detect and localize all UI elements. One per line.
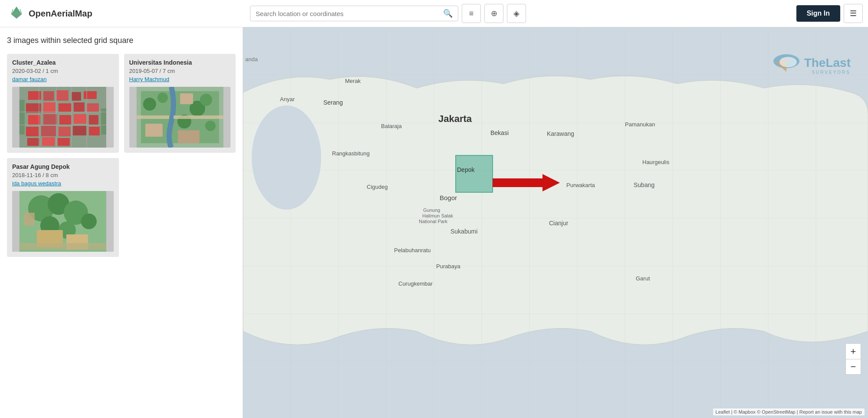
svg-rect-14 <box>87 103 99 112</box>
svg-rect-19 <box>89 115 99 125</box>
zoom-controls: + − <box>845 343 861 375</box>
location-button[interactable]: ⊕ <box>484 4 503 23</box>
svg-text:Purabaya: Purabaya <box>436 263 460 270</box>
svg-text:Cigudeg: Cigudeg <box>367 184 388 190</box>
main-layout: 3 images within selected grid square Clu… <box>0 27 868 418</box>
menu-button[interactable]: ☰ <box>844 4 863 23</box>
svg-rect-26 <box>42 137 55 146</box>
layers-icon: ◈ <box>513 9 519 18</box>
svg-rect-44 <box>145 124 162 137</box>
svg-rect-18 <box>74 114 87 124</box>
image-card-1[interactable]: Universitas Indonesia 2019-05-07 / 7 cm … <box>124 54 236 153</box>
svg-rect-46 <box>180 93 193 104</box>
watermark: TheLast SURVEYORS <box>773 53 851 77</box>
svg-text:National Park: National Park <box>419 219 448 224</box>
logo-icon <box>9 6 24 21</box>
card-author-2[interactable]: ida bagus wedastra <box>12 180 114 187</box>
card-thumbnail-2 <box>12 191 114 252</box>
svg-text:Bogor: Bogor <box>440 194 457 201</box>
svg-text:Sukabumi: Sukabumi <box>450 228 477 235</box>
svg-point-111 <box>779 57 797 67</box>
svg-text:Depok: Depok <box>457 166 475 173</box>
sidebar-title: 3 images within selected grid square <box>7 36 236 45</box>
svg-rect-82 <box>456 155 493 192</box>
svg-text:Balaraja: Balaraja <box>381 123 402 129</box>
svg-text:Merak: Merak <box>345 78 361 84</box>
zoom-out-button[interactable]: − <box>845 359 861 375</box>
svg-rect-20 <box>26 127 39 136</box>
card-name-0: Cluster_Azalea <box>12 59 114 66</box>
card-date-0: 2020-03-02 / 1 cm <box>12 68 114 74</box>
svg-text:anda: anda <box>245 56 258 63</box>
svg-text:Serang: Serang <box>323 99 343 106</box>
svg-point-81 <box>252 105 321 210</box>
svg-text:Jakarta: Jakarta <box>438 113 472 124</box>
svg-rect-22 <box>59 127 71 136</box>
search-input[interactable] <box>256 10 440 17</box>
hamburger-icon: ☰ <box>850 9 857 18</box>
map-attribution: Leaflet | © Mapbox © OpenStreetMap | Rep… <box>713 408 865 415</box>
svg-rect-6 <box>43 91 54 101</box>
svg-text:Subang: Subang <box>634 181 654 188</box>
card-date-1: 2019-05-07 / 7 cm <box>129 68 231 74</box>
svg-rect-8 <box>72 92 81 101</box>
image-grid: Cluster_Azalea 2020-03-02 / 1 cm damar f… <box>7 54 236 257</box>
svg-text:Karawang: Karawang <box>547 130 574 137</box>
svg-rect-21 <box>41 126 56 136</box>
logo-text: OpenAerialMap <box>29 9 92 19</box>
card-name-1: Universitas Indonesia <box>129 59 231 66</box>
card-thumbnail-1 <box>129 87 231 148</box>
location-icon: ⊕ <box>491 9 497 18</box>
svg-text:Pamanukan: Pamanukan <box>625 121 655 128</box>
svg-text:Anyar: Anyar <box>280 96 295 102</box>
layers-button[interactable]: ◈ <box>507 4 526 23</box>
svg-text:Bekasi: Bekasi <box>490 129 509 136</box>
svg-text:Curugkembar: Curugkembar <box>398 280 433 287</box>
svg-rect-60 <box>24 213 35 226</box>
watermark-text: TheLast <box>804 56 851 69</box>
svg-rect-28 <box>20 100 25 135</box>
card-author-1[interactable]: Harry Machmud <box>129 76 231 82</box>
svg-rect-15 <box>28 115 40 125</box>
attribution-text: Leaflet | © Mapbox © OpenStreetMap | Rep… <box>716 409 862 415</box>
svg-text:Halimun Salak: Halimun Salak <box>422 213 453 218</box>
svg-rect-7 <box>56 90 69 101</box>
svg-text:Purwakarta: Purwakarta <box>566 182 595 188</box>
svg-rect-45 <box>178 130 199 143</box>
filter-icon: ≡ <box>469 9 474 18</box>
sign-in-button[interactable]: Sign In <box>796 5 840 22</box>
image-card-2[interactable]: Pasar Agung Depok 2018-11-16 / 8 cm ida … <box>7 158 119 257</box>
card-author-0[interactable]: damar fauzan <box>12 76 114 82</box>
svg-rect-11 <box>43 102 56 113</box>
svg-rect-25 <box>27 138 39 146</box>
image-card-0[interactable]: Cluster_Azalea 2020-03-02 / 1 cm damar f… <box>7 54 119 153</box>
svg-text:Cianjur: Cianjur <box>549 220 569 227</box>
map-background: Jakarta Bekasi Depok Bogor Serang Balara… <box>243 27 868 418</box>
card-thumbnail-0 <box>12 87 114 148</box>
svg-rect-17 <box>59 115 72 125</box>
svg-text:Pelabuhanratu: Pelabuhanratu <box>394 247 431 253</box>
svg-point-38 <box>143 98 156 111</box>
svg-rect-13 <box>74 102 85 112</box>
svg-text:Haurgeulis: Haurgeulis <box>642 159 670 165</box>
search-box[interactable]: 🔍 <box>250 6 458 21</box>
svg-rect-12 <box>59 103 72 112</box>
zoom-in-button[interactable]: + <box>845 343 861 359</box>
svg-rect-24 <box>89 127 100 135</box>
map-area[interactable]: Jakarta Bekasi Depok Bogor Serang Balara… <box>243 27 868 418</box>
svg-text:Rangkasbitung: Rangkasbitung <box>332 150 370 157</box>
svg-point-39 <box>157 92 168 103</box>
card-date-2: 2018-11-16 / 8 cm <box>12 172 114 178</box>
card-name-2: Pasar Agung Depok <box>12 163 114 170</box>
svg-text:Gunung: Gunung <box>423 207 440 213</box>
svg-rect-16 <box>43 114 57 125</box>
watermark-logo-icon <box>773 53 801 77</box>
svg-point-41 <box>200 94 212 106</box>
sidebar: 3 images within selected grid square Clu… <box>0 27 243 418</box>
search-button[interactable]: 🔍 <box>443 9 453 18</box>
filter-button[interactable]: ≡ <box>462 4 481 23</box>
svg-rect-59 <box>20 243 106 250</box>
header: OpenAerialMap 🔍 ≡ ⊕ ◈ Sign In ☰ <box>0 0 868 27</box>
search-area: 🔍 ≡ ⊕ ◈ <box>243 4 796 23</box>
svg-point-56 <box>81 214 97 229</box>
